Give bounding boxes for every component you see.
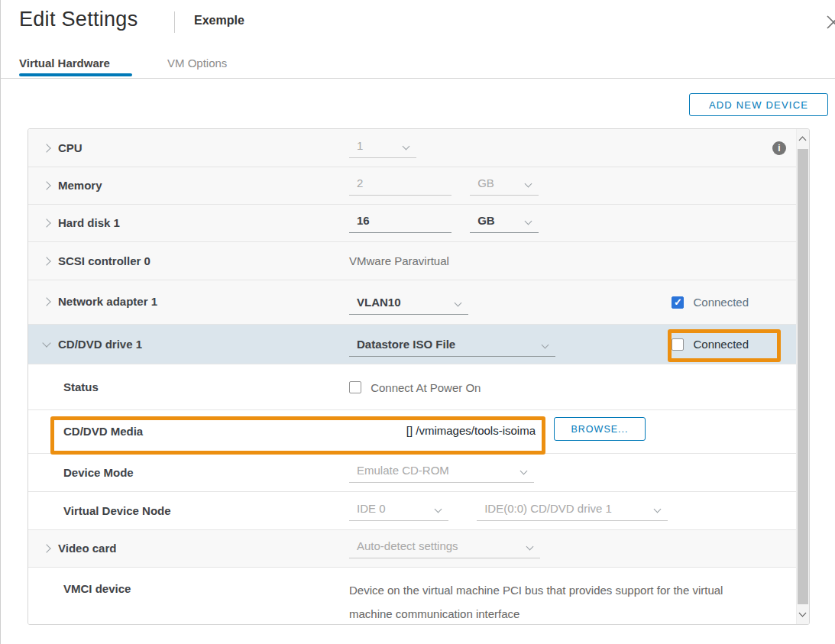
table-row-status: Status Connect At Power On [28,364,796,410]
dialog-header: Edit Settings Exemple [1,0,835,46]
tab-divider [1,78,835,79]
ide-node-dropdown: IDE(0:0) CD/DVD drive 1 [477,502,668,521]
chevron-down-icon [525,218,532,225]
chevron-down-icon [435,506,442,513]
cddvd-media-input[interactable] [349,419,540,441]
table-row-cpu: CPU 1 i [28,129,796,167]
disk-size-input[interactable]: 16 [349,214,451,233]
row-label: Status [63,380,99,393]
row-label: Virtual Device Node [63,504,171,517]
chevron-down-icon [654,506,662,513]
edit-settings-dialog: Edit Settings Exemple Virtual Hardware V… [0,0,835,644]
chevron-down-icon [526,543,534,551]
active-tab-indicator [19,73,132,76]
row-label: Network adapter 1 [58,295,157,308]
table-row-network: Network adapter 1 VLAN10 Connected [28,280,796,325]
tab-virtual-hardware[interactable]: Virtual Hardware [19,57,110,70]
chevron-down-icon [403,143,410,150]
table-row-cddvd-media: CD/DVD Media BROWSE... [28,410,796,454]
chevron-down-icon [455,299,462,307]
row-label: CPU [58,141,83,154]
ide-controller-dropdown: IDE 0 [349,502,448,521]
memory-size-input: 2 [349,176,451,196]
table-row-memory: Memory 2 GB [28,167,796,205]
cpu-count-dropdown: 1 [349,139,416,158]
row-label: CD/DVD Media [63,425,143,438]
expand-chevron-icon[interactable] [42,297,50,306]
row-label: Video card [58,542,116,555]
checkbox-label: Connected [693,296,749,309]
table-row-video-card: Video card Auto-detect settings [28,530,796,568]
row-label: Device Mode [63,466,134,479]
expand-chevron-icon[interactable] [42,544,50,552]
checkbox-label: Connect At Power On [371,381,481,394]
chevron-down-icon [542,341,549,349]
network-connected-checkbox[interactable] [672,296,684,309]
scroll-up-button[interactable] [797,129,809,149]
disk-unit-dropdown[interactable]: GB [470,214,539,233]
table-row-scsi: SCSI controller 0 VMware Paravirtual [28,242,796,280]
cddvd-connected-checkbox[interactable] [672,338,684,351]
row-label: CD/DVD drive 1 [58,338,142,351]
row-label: Memory [58,179,102,192]
page-title: Edit Settings [19,8,138,31]
row-label: SCSI controller 0 [58,254,150,267]
expand-chevron-icon[interactable] [42,144,50,152]
vmci-description: Device on the virtual machine PCI bus th… [349,578,754,625]
chevron-up-icon [799,137,807,144]
row-label: Hard disk 1 [58,216,120,229]
collapse-chevron-icon[interactable] [42,338,50,347]
title-divider [174,11,175,33]
device-mode-dropdown: Emulate CD-ROM [349,464,534,483]
row-label: VMCI device [63,582,131,595]
chevron-down-icon [520,468,528,475]
scroll-down-button[interactable] [797,604,809,624]
expand-chevron-icon[interactable] [42,218,50,227]
info-icon[interactable]: i [772,141,786,155]
video-settings-dropdown: Auto-detect settings [349,539,540,558]
table-row-virtual-device-node: Virtual Device Node IDE 0 IDE(0:0) CD/DV… [28,492,796,530]
table-row-hard-disk: Hard disk 1 16 GB [28,205,796,242]
scrollbar-thumb[interactable] [798,149,808,604]
close-icon[interactable] [825,14,835,31]
connect-at-power-on-checkbox[interactable] [349,381,361,393]
chevron-down-icon [799,610,807,617]
virtual-hardware-table: CPU 1 i Memory 2 GB Hard disk 1 16 [28,128,810,625]
vm-name: Exemple [194,14,244,28]
memory-unit-dropdown: GB [470,176,539,196]
tab-bar: Virtual Hardware VM Options [1,53,835,79]
expand-chevron-icon[interactable] [42,257,50,265]
scrollbar [796,129,809,624]
scsi-controller-type: VMware Paravirtual [349,254,449,267]
table-row-device-mode: Device Mode Emulate CD-ROM [28,454,796,492]
tab-vm-options[interactable]: VM Options [167,57,227,70]
add-new-device-button[interactable]: ADD NEW DEVICE [689,93,828,116]
cddvd-source-dropdown[interactable]: Datastore ISO File [349,338,555,357]
checkbox-label: Connected [693,338,749,351]
expand-chevron-icon[interactable] [42,181,50,189]
network-dropdown[interactable]: VLAN10 [349,296,468,315]
browse-button[interactable]: BROWSE... [554,417,646,441]
chevron-down-icon [525,180,532,188]
table-row-cddvd: CD/DVD drive 1 Datastore ISO File Connec… [28,325,796,364]
table-row-vmci: VMCI device Device on the virtual machin… [28,568,796,624]
